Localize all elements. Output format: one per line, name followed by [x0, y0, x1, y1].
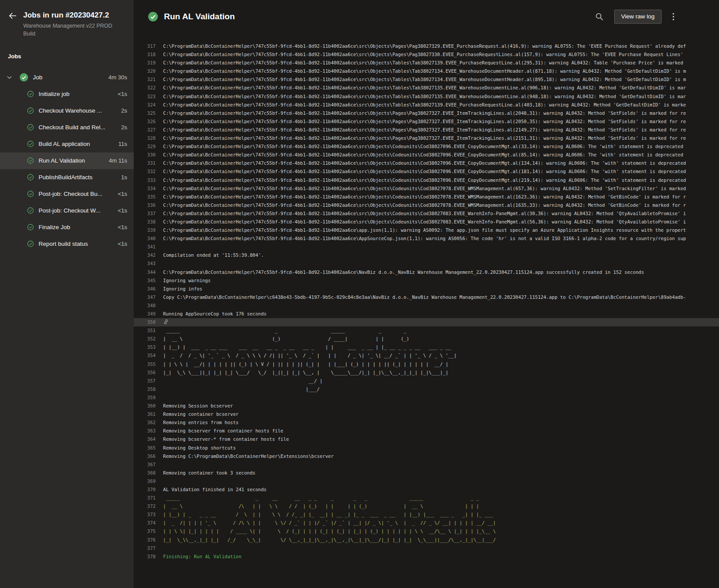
view-raw-log-button[interactable]: View raw log [614, 10, 662, 24]
line-number[interactable]: 368 [134, 469, 156, 477]
log-line-355[interactable]: 355| | \ \ | __/| | | | | || (_) | \ V /… [134, 360, 719, 368]
line-number[interactable]: 322 [134, 84, 156, 92]
log-line-346[interactable]: 346Ignoring infos [134, 285, 719, 293]
log-line-320[interactable]: 320C:\ProgramData\BcContainerHelper\747c… [134, 67, 719, 75]
line-number[interactable]: 330 [134, 151, 156, 159]
log-line-350[interactable]: 350 [134, 318, 719, 326]
more-actions-button[interactable] [671, 11, 676, 22]
line-number[interactable]: 375 [134, 527, 156, 535]
log-line-327[interactable]: 327C:\ProgramData\BcContainerHelper\747c… [134, 126, 719, 134]
line-number[interactable]: 376 [134, 536, 156, 544]
line-number[interactable]: 343 [134, 259, 156, 268]
log-line-377[interactable]: 377 [134, 544, 719, 553]
line-number[interactable]: 377 [134, 544, 156, 553]
line-number[interactable]: 347 [134, 293, 156, 301]
line-number[interactable]: 317 [134, 42, 156, 50]
log-line-319[interactable]: 319C:\ProgramData\BcContainerHelper\747c… [134, 59, 719, 67]
log-line-359[interactable]: 359 [134, 393, 719, 402]
line-number[interactable]: 360 [134, 402, 156, 410]
line-number[interactable]: 323 [134, 92, 156, 101]
line-number[interactable]: 339 [134, 226, 156, 234]
line-number[interactable]: 374 [134, 519, 156, 527]
line-number[interactable]: 344 [134, 268, 156, 276]
log-line-340[interactable]: 340C:\ProgramData\BcContainerHelper\747c… [134, 234, 719, 243]
sidebar-job-publishbuildartifacts[interactable]: PublishBuildArtifacts1s [0, 169, 134, 186]
log-line-351[interactable]: 351 _____ _ _____ _ _ [134, 326, 719, 335]
log-line-339[interactable]: 339C:\ProgramData\BcContainerHelper\747c… [134, 226, 719, 234]
sidebar-job-initialize-job[interactable]: Initialize job<1s [0, 86, 134, 103]
line-number[interactable]: 345 [134, 276, 156, 285]
line-number[interactable]: 367 [134, 460, 156, 469]
line-number[interactable]: 348 [134, 301, 156, 310]
log-line-367[interactable]: 367 [134, 460, 719, 469]
line-number[interactable]: 361 [134, 410, 156, 418]
log-line-336[interactable]: 336C:\ProgramData\BcContainerHelper\747c… [134, 201, 719, 209]
line-number[interactable]: 362 [134, 418, 156, 427]
line-number[interactable]: 336 [134, 201, 156, 209]
log-line-378[interactable]: 378Finishing: Run AL Validation [134, 553, 719, 561]
log-line-357[interactable]: 357 __/ | [134, 377, 719, 385]
log-line-322[interactable]: 322C:\ProgramData\BcContainerHelper\747c… [134, 84, 719, 92]
line-number[interactable]: 355 [134, 360, 156, 368]
line-number[interactable]: 326 [134, 117, 156, 126]
sidebar-job-report-build-status[interactable]: Report build status<1s [0, 236, 134, 252]
expand-toggle[interactable] [7, 74, 13, 80]
line-number[interactable]: 346 [134, 285, 156, 293]
sidebar-job-finalize-job[interactable]: Finalize Job<1s [0, 219, 134, 236]
log-line-338[interactable]: 338C:\ProgramData\BcContainerHelper\747c… [134, 218, 719, 226]
log-line-360[interactable]: 360Removing Session bcserver [134, 402, 719, 410]
line-number[interactable]: 319 [134, 59, 156, 67]
log-line-347[interactable]: 347Copy C:\ProgramData\BcContainerHelper… [134, 293, 719, 301]
line-number[interactable]: 350 [134, 318, 156, 326]
log-line-337[interactable]: 337C:\ProgramData\BcContainerHelper\747c… [134, 209, 719, 218]
log-line-332[interactable]: 332C:\ProgramData\BcContainerHelper\747c… [134, 167, 719, 176]
line-number[interactable]: 325 [134, 109, 156, 117]
log-line-348[interactable]: 348 [134, 301, 719, 310]
log-line-317[interactable]: 317C:\ProgramData\BcContainerHelper\747c… [134, 42, 719, 50]
log-line-368[interactable]: 368Removing container took 3 seconds [134, 469, 719, 477]
line-number[interactable]: 378 [134, 553, 156, 561]
log-line-366[interactable]: 366Removing C:\ProgramData\BcContainerHe… [134, 452, 719, 460]
search-button[interactable] [594, 11, 605, 22]
line-number[interactable]: 366 [134, 452, 156, 460]
line-number[interactable]: 324 [134, 101, 156, 109]
line-number[interactable]: 363 [134, 427, 156, 435]
log-line-333[interactable]: 333C:\ProgramData\BcContainerHelper\747c… [134, 176, 719, 184]
sidebar-job-post-job-checkout-w[interactable]: Post-job: Checkout W...<1s [0, 202, 134, 219]
line-number[interactable]: 358 [134, 385, 156, 393]
line-number[interactable]: 331 [134, 159, 156, 167]
line-number[interactable]: 332 [134, 167, 156, 176]
log-line-345[interactable]: 345Ignoring warnings [134, 276, 719, 285]
log-line-354[interactable]: 354| _ / / _ \| '_ ` _ \ / _ \ \ \ / /| … [134, 351, 719, 360]
log-line-329[interactable]: 329C:\ProgramData\BcContainerHelper\747c… [134, 142, 719, 151]
log-line-328[interactable]: 328C:\ProgramData\BcContainerHelper\747c… [134, 134, 719, 142]
line-number[interactable]: 365 [134, 444, 156, 452]
log-line-335[interactable]: 335C:\ProgramData\BcContainerHelper\747c… [134, 193, 719, 201]
log-line-331[interactable]: 331C:\ProgramData\BcContainerHelper\747c… [134, 159, 719, 167]
line-number[interactable]: 320 [134, 67, 156, 75]
line-number[interactable]: 369 [134, 477, 156, 485]
log-line-372[interactable]: 372| __ \ /\ | | \ \ / / | (_) | | | | (… [134, 502, 719, 510]
log-line-334[interactable]: 334C:\ProgramData\BcContainerHelper\747c… [134, 184, 719, 193]
log-line-361[interactable]: 361Removing container bcserver [134, 410, 719, 418]
log-line-353[interactable]: 353| |__) | ___ _ __ ___ ___ __ __ _ _ _… [134, 343, 719, 351]
log-line-356[interactable]: 356|_| \_\ \___||_| |_| |_| \___/ \_/ |_… [134, 368, 719, 377]
log-line-376[interactable]: 376|_| \_\\__,_|_| |_| /_/ \_\_| \/ \__,… [134, 536, 719, 544]
line-number[interactable]: 337 [134, 209, 156, 218]
line-number[interactable]: 364 [134, 435, 156, 443]
line-number[interactable]: 357 [134, 377, 156, 385]
line-number[interactable]: 372 [134, 502, 156, 510]
log-line-324[interactable]: 324C:\ProgramData\BcContainerHelper\747c… [134, 101, 719, 109]
line-number[interactable]: 340 [134, 234, 156, 243]
line-number[interactable]: 338 [134, 218, 156, 226]
log-line-342[interactable]: 342Compilation ended at '11:55:39.804'. [134, 251, 719, 259]
line-number[interactable]: 359 [134, 393, 156, 402]
sidebar-job-checkout-build-and-rel[interactable]: Checkout Build and Rel...2s [0, 119, 134, 136]
log-line-343[interactable]: 343 [134, 259, 719, 268]
log-line-365[interactable]: 365Removing Desktop shortcuts [134, 444, 719, 452]
log-line-364[interactable]: 364Removing bcserver-* from container ho… [134, 435, 719, 443]
sidebar-job-build-al-application[interactable]: Build AL application11s [0, 136, 134, 152]
line-number[interactable]: 335 [134, 193, 156, 201]
log-line-371[interactable]: 371 _____ _ __ __ _ _ _ _ _ _____ _ _ [134, 494, 719, 502]
sidebar-job-post-job-checkout-bu[interactable]: Post-job: Checkout Bu...<1s [0, 186, 134, 202]
